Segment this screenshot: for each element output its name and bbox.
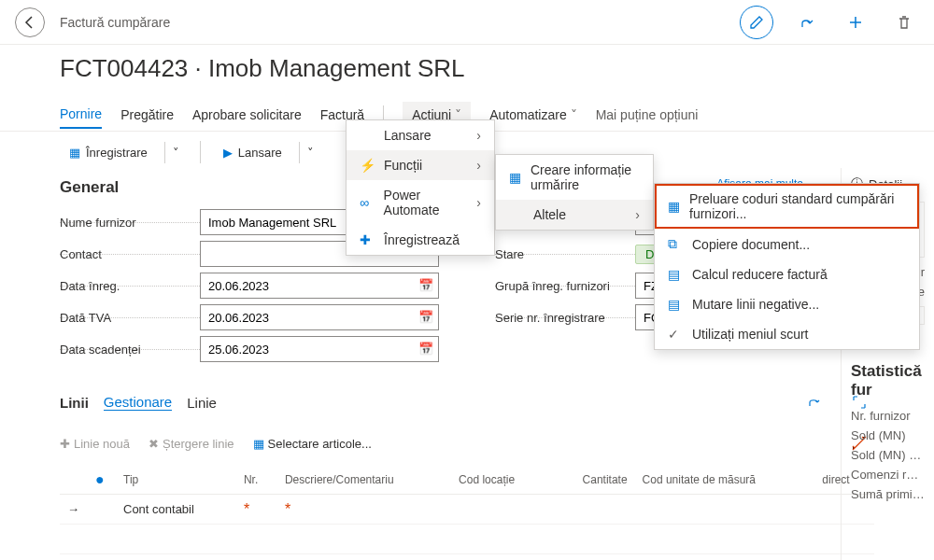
- menu-altele-label: Altele: [533, 207, 566, 222]
- required-star: *: [244, 501, 249, 517]
- rpanel-stat-head: Statistică fur: [851, 362, 925, 399]
- cell-tip[interactable]: Cont contabil: [116, 495, 236, 525]
- lines-delete-label: Ștergere linie: [163, 437, 234, 451]
- col-desc[interactable]: Descriere/Comentariu: [277, 466, 451, 495]
- tab-pornire[interactable]: Pornire: [60, 101, 102, 129]
- check-icon: ●: [95, 471, 105, 487]
- menu-preluare-coduri[interactable]: ▦Preluare coduri standard cumpărări furn…: [655, 184, 919, 229]
- toolbar-divider: [200, 141, 201, 163]
- chevron-right-icon: ›: [476, 158, 481, 173]
- tool-inreg-chevron[interactable]: ˅: [164, 142, 187, 163]
- table-row[interactable]: [60, 525, 874, 554]
- menu-lansare-label: Lansare: [384, 128, 432, 143]
- calendar-icon[interactable]: 📅: [418, 342, 433, 356]
- menu-functii-label: Funcții: [384, 158, 422, 173]
- label-nume-furnizor: Nume furnizor: [60, 216, 200, 230]
- lines-share-button[interactable]: [800, 387, 829, 417]
- row-arrow[interactable]: →: [60, 495, 88, 525]
- calculator-icon: ▤: [668, 267, 683, 282]
- menu-functii-sub: ▦Creare informație urmărire Altele›: [495, 154, 654, 231]
- calendar-icon[interactable]: 📅: [418, 278, 433, 292]
- lines-new-label: Linie nouă: [74, 437, 130, 451]
- page-title: FCT004423 · Imob Management SRL: [0, 45, 934, 98]
- delete-button[interactable]: [889, 7, 919, 37]
- menu-power-label: Power Automate: [384, 188, 477, 217]
- menu-copiere-label: Copiere document...: [692, 237, 810, 252]
- menu-inreg-label: Înregistrează: [384, 232, 460, 247]
- share-icon: [807, 395, 822, 410]
- release-icon: ▶: [223, 146, 233, 160]
- menu-power-automate[interactable]: ∞Power Automate›: [347, 180, 494, 225]
- input-data-scad[interactable]: [200, 336, 439, 362]
- col-tip[interactable]: Tip: [116, 466, 236, 495]
- lines-tab-linie[interactable]: Linie: [187, 395, 217, 411]
- label-serie: Serie nr. înregistrare: [495, 311, 635, 325]
- copy-icon: ⧉: [668, 236, 683, 252]
- col-nr[interactable]: Nr.: [236, 466, 277, 495]
- lines-select-button[interactable]: ▦Selectare articole...: [253, 437, 372, 451]
- input-data-inreg[interactable]: [200, 273, 439, 299]
- menu-copiere-document[interactable]: ⧉Copiere document...: [655, 229, 919, 259]
- label-stare: Stare: [495, 247, 635, 261]
- tool-inregistrare[interactable]: ▦Înregistrare: [60, 142, 157, 163]
- tool-lansare[interactable]: ▶Lansare: [214, 142, 291, 163]
- lines-tab-gestionare[interactable]: Gestionare: [104, 394, 172, 411]
- doc-icon: ✚: [360, 232, 375, 247]
- lines-new-button[interactable]: ✚Linie nouă: [60, 437, 130, 451]
- menu-mutare-linii[interactable]: ▤Mutare linii negative...: [655, 289, 919, 319]
- col-um[interactable]: Cod unitate de măsură: [635, 466, 815, 495]
- lines-select-label: Selectare articole...: [268, 437, 372, 451]
- tab-pregatire[interactable]: Pregătire: [120, 102, 174, 128]
- label-grupa: Grupă înreg. furnizori: [495, 279, 635, 293]
- menu-lansare[interactable]: Lansare›: [347, 120, 494, 150]
- menu-creare-label: Creare informație urmărire: [531, 162, 640, 192]
- track-icon: ▦: [509, 170, 521, 185]
- rpanel-item: Nr. furnizor: [851, 409, 925, 423]
- arrow-left-icon: [22, 15, 37, 30]
- menu-altele[interactable]: Altele›: [496, 200, 653, 230]
- back-button[interactable]: [15, 7, 45, 37]
- rpanel-item: Sold (MN): [851, 428, 925, 442]
- check-icon: ✓: [668, 327, 683, 342]
- breadcrumb: Factură cumpărare: [60, 15, 170, 30]
- move-icon: ▤: [668, 297, 683, 312]
- table-row[interactable]: → Cont contabil * *: [60, 495, 874, 525]
- menu-inregistreaza[interactable]: ✚Înregistrează: [347, 225, 494, 255]
- select-items-icon: ▦: [253, 437, 264, 451]
- menu-calcul-label: Calcul reducere factură: [692, 267, 828, 282]
- share-icon: [799, 14, 815, 31]
- new-line-icon: ✚: [60, 437, 70, 451]
- menu-creare-info[interactable]: ▦Creare informație urmărire: [496, 155, 653, 200]
- chevron-down-icon: ˅: [571, 107, 577, 122]
- tab-mai-putine[interactable]: Mai puține opțiuni: [596, 102, 699, 128]
- rpanel-item: Sumă primită ne: [851, 487, 925, 501]
- label-data-tva: Dată TVA: [60, 311, 200, 325]
- calendar-icon[interactable]: 📅: [418, 310, 433, 324]
- menu-altele-sub: ▦Preluare coduri standard cumpărări furn…: [654, 183, 920, 350]
- lines-delete-button[interactable]: ✖Ștergere linie: [149, 437, 234, 451]
- pencil-icon: [749, 15, 764, 30]
- chevron-right-icon: ›: [476, 128, 481, 143]
- share-button[interactable]: [792, 7, 822, 37]
- tab-aprobare[interactable]: Aprobare solicitare: [192, 102, 302, 128]
- trash-icon: [897, 15, 912, 30]
- col-loc[interactable]: Cod locație: [451, 466, 551, 495]
- tool-inreg-label: Înregistrare: [86, 146, 148, 160]
- rpanel-item: Comenzi restant: [851, 468, 925, 482]
- rpanel-item: Sold (MN) ca clie: [851, 448, 925, 462]
- edit-button[interactable]: [740, 6, 773, 39]
- input-data-tva[interactable]: [200, 304, 439, 330]
- tab-auto-label: Automatizare: [489, 107, 566, 122]
- menu-scurt[interactable]: ✓Utilizați meniul scurt: [655, 319, 919, 349]
- menu-preluare-label: Preluare coduri standard cumpărări furni…: [689, 191, 906, 221]
- tool-lansare-chevron[interactable]: ˅: [299, 142, 321, 163]
- new-button[interactable]: [841, 7, 870, 37]
- label-data-scad: Data scadenței: [60, 343, 200, 357]
- post-icon: ▦: [69, 146, 80, 160]
- tab-automatizare[interactable]: Automatizare˅: [489, 102, 576, 128]
- card-icon: ▦: [668, 199, 680, 214]
- menu-calcul-reducere[interactable]: ▤Calcul reducere factură: [655, 259, 919, 289]
- col-cant[interactable]: Cantitate: [551, 466, 635, 495]
- menu-functii[interactable]: ⚡Funcții›: [347, 150, 494, 180]
- section-linii-head[interactable]: Linii: [60, 395, 89, 411]
